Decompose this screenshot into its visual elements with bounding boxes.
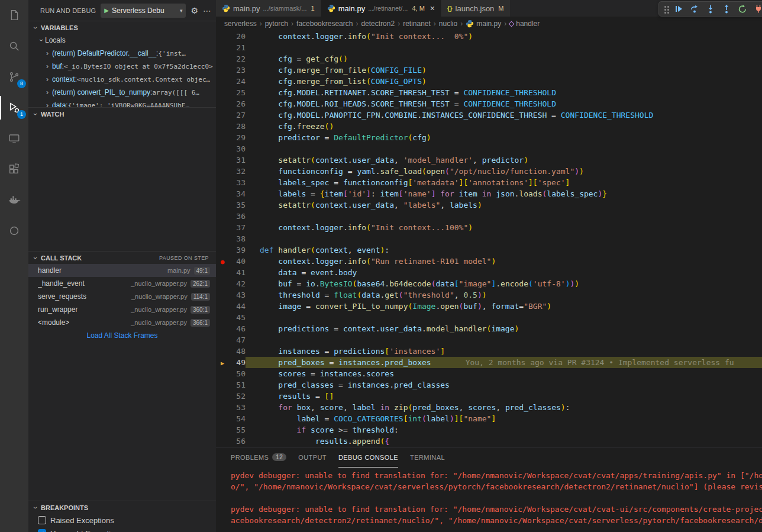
stack-frame-row[interactable]: _handle_event_nuclio_wrapper.py262:1 — [28, 277, 216, 290]
breadcrumb-item[interactable]: detectron2 — [361, 20, 395, 28]
disconnect-button[interactable] — [753, 2, 762, 15]
code-line[interactable]: 34 labels = {item['id']: item['name'] fo… — [216, 188, 762, 199]
variable-row[interactable]: ›(return) DefaultPredictor.__call__: {'i… — [28, 47, 216, 60]
breakpoint-gutter[interactable] — [216, 289, 229, 301]
breakpoint-gutter[interactable] — [216, 121, 229, 132]
breadcrumb-item[interactable]: pytorch — [265, 20, 288, 28]
step-over-button[interactable] — [689, 2, 700, 15]
variables-section-header[interactable]: › VARIABLES — [28, 21, 216, 34]
panel-tab-terminal[interactable]: TERMINAL — [410, 447, 445, 467]
breakpoint-gutter[interactable] — [216, 53, 229, 65]
breakpoint-gutter[interactable] — [216, 278, 229, 289]
code-line[interactable]: 43 threshold = float(data.get("threshold… — [216, 289, 762, 301]
code-line[interactable]: 35 setattr(context.user_data, "labels", … — [216, 199, 762, 211]
breakpoint-gutter[interactable] — [216, 312, 229, 323]
code-line[interactable]: 29 predictor = DefaultPredictor(cfg) — [216, 132, 762, 143]
breakpoint-gutter[interactable] — [216, 42, 229, 53]
breakpoint-gutter[interactable] — [216, 166, 229, 177]
breakpoint-gutter[interactable] — [216, 76, 229, 87]
breakpoint-gutter[interactable] — [216, 222, 229, 233]
activity-remote-explorer[interactable] — [0, 123, 28, 154]
step-out-button[interactable] — [721, 2, 732, 15]
breakpoint-gutter[interactable] — [216, 413, 229, 424]
breadcrumb-item[interactable]: serverless — [224, 20, 257, 28]
code-line[interactable]: 44 image = convert_PIL_to_numpy(Image.op… — [216, 301, 762, 312]
breakpoint-gutter[interactable] — [216, 334, 229, 346]
panel-tab-debug-console[interactable]: DEBUG CONSOLE — [338, 447, 398, 467]
breakpoint-gutter[interactable] — [216, 31, 229, 42]
stack-frame-row[interactable]: run_wrapper_nuclio_wrapper.py360:1 — [28, 303, 216, 316]
code-line[interactable]: 50 scores = instances.scores — [216, 368, 762, 379]
code-line[interactable]: 45 — [216, 312, 762, 323]
code-line[interactable]: 46 predictions = context.user_data.model… — [216, 323, 762, 334]
code-line[interactable]: ▶49 pred_boxes = instances.pred_boxesYou… — [216, 357, 762, 368]
breakpoint-gutter[interactable] — [216, 143, 229, 154]
breakpoint-gutter[interactable] — [216, 233, 229, 244]
variable-row[interactable]: ›context: <nuclio_sdk.context.Context ob… — [28, 73, 216, 86]
code-line[interactable]: 20 context.logger.info("Init context... … — [216, 31, 762, 42]
activity-extensions[interactable] — [0, 154, 28, 185]
code-line[interactable]: 32 functionconfig = yaml.safe_load(open(… — [216, 166, 762, 177]
breakpoint-gutter[interactable]: ● — [216, 256, 229, 267]
breadcrumb-item[interactable]: main.py — [466, 20, 501, 28]
activity-source-control[interactable]: 8 — [0, 62, 28, 92]
panel-tab-problems[interactable]: PROBLEMS12 — [231, 447, 286, 467]
breakpoint-gutter[interactable] — [216, 98, 229, 109]
launch-config-dropdown[interactable]: ▶ Serverless Debu ▾ — [101, 4, 186, 18]
breakpoint-gutter[interactable] — [216, 244, 229, 256]
checkbox-unchecked[interactable] — [38, 516, 46, 524]
panel-tab-output[interactable]: OUTPUT — [298, 447, 327, 467]
code-line[interactable]: 55 if score >= threshold: — [216, 424, 762, 436]
breakpoint-gutter[interactable] — [216, 402, 229, 413]
breakpoint-gutter[interactable] — [216, 391, 229, 402]
breakpoint-gutter[interactable] — [216, 379, 229, 391]
code-line[interactable]: 31 setattr(context.user_data, 'model_han… — [216, 154, 762, 166]
load-all-stack-frames-link[interactable]: Load All Stack Frames — [28, 329, 216, 342]
breakpoint-gutter[interactable] — [216, 346, 229, 357]
code-line[interactable]: 22 cfg = get_cfg() — [216, 53, 762, 65]
breakpoint-gutter[interactable]: ▶ — [216, 357, 229, 368]
activity-docker[interactable] — [0, 185, 28, 215]
code-line[interactable]: 36 — [216, 211, 762, 222]
code-line[interactable]: 24 cfg.merge_from_list(CONFIG_OPTS) — [216, 76, 762, 87]
checkbox-checked[interactable]: ✓ — [38, 529, 46, 532]
editor-tab[interactable]: main.py.../retinanet/...4, M× — [321, 0, 441, 17]
stack-frame-row[interactable]: <module>_nuclio_wrapper.py366:1 — [28, 316, 216, 329]
breakpoint-gutter[interactable] — [216, 132, 229, 143]
stack-frame-row[interactable]: handlermain.py49:1 — [28, 264, 216, 277]
start-debugging-icon[interactable]: ▶ — [104, 7, 109, 14]
restart-button[interactable] — [737, 2, 748, 15]
activity-circle-extension[interactable] — [0, 215, 28, 246]
breakpoint-gutter[interactable] — [216, 188, 229, 199]
code-line[interactable]: 21 — [216, 42, 762, 53]
breakpoints-section-header[interactable]: › BREAKPOINTS — [28, 501, 216, 514]
debug-console-output[interactable]: pydev debugger: unable to find translati… — [216, 467, 762, 526]
code-line[interactable]: 47 — [216, 334, 762, 346]
code-line[interactable]: 54 label = COCO_CATEGORIES[int(label)]["… — [216, 413, 762, 424]
breakpoint-gutter[interactable] — [216, 323, 229, 334]
gear-icon[interactable]: ⚙ — [190, 6, 198, 15]
variable-row[interactable]: ›buf: <_io.BytesIO object at 0x7f5a2dc1e… — [28, 60, 216, 73]
code-line[interactable]: 48 instances = predictions['instances'] — [216, 346, 762, 357]
code-line[interactable]: 41 data = event.body — [216, 267, 762, 278]
breakpoint-gutter[interactable] — [216, 267, 229, 278]
breakpoint-gutter[interactable] — [216, 154, 229, 166]
close-icon[interactable]: × — [430, 4, 435, 13]
breakpoint-gutter[interactable] — [216, 65, 229, 76]
variable-row[interactable]: ›data: {'image': 'iVBORw0KG=AAAANSUhE… — [28, 99, 216, 107]
breadcrumb-item[interactable]: retinanet — [403, 20, 431, 28]
variable-row[interactable]: ›(return) convert_PIL_to_numpy: array([[… — [28, 86, 216, 99]
code-line[interactable]: 25 cfg.MODEL.RETINANET.SCORE_THRESH_TEST… — [216, 87, 762, 98]
code-line[interactable]: 42 buf = io.BytesIO(base64.b64decode(dat… — [216, 278, 762, 289]
watch-section-header[interactable]: › WATCH — [28, 107, 216, 120]
breadcrumb-item[interactable]: facebookresearch — [296, 20, 353, 28]
breakpoint-gutter[interactable] — [216, 177, 229, 188]
breakpoint-gutter[interactable] — [216, 301, 229, 312]
breakpoint-gutter[interactable] — [216, 211, 229, 222]
code-line[interactable]: 28 cfg.freeze() — [216, 121, 762, 132]
scope-locals[interactable]: › Locals — [28, 34, 216, 47]
code-line[interactable]: 52 results = [] — [216, 391, 762, 402]
breakpoint-gutter[interactable] — [216, 436, 229, 447]
continue-button[interactable] — [673, 2, 684, 15]
code-line[interactable]: 37 context.logger.info("Init context...1… — [216, 222, 762, 233]
